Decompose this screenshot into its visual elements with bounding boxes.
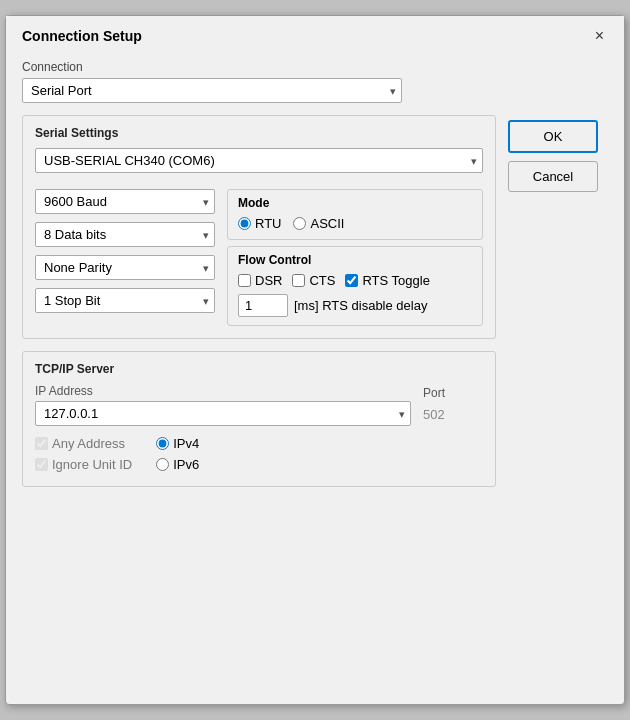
flow-checkbox-row: DSR CTS RTS Toggle [238,273,472,288]
ip-select[interactable]: 127.0.0.1 [35,401,411,426]
ascii-radio[interactable] [293,217,306,230]
connection-label: Connection [22,60,496,74]
ip-select-wrapper: 127.0.0.1 [35,401,411,426]
rts-delay-label: [ms] RTS disable delay [294,298,427,313]
ignore-unit-id-label[interactable]: Ignore Unit ID [35,457,132,472]
cts-checkbox[interactable] [292,274,305,287]
data-bits-select-wrapper: 8 Data bits [35,222,215,247]
flow-control-box: Flow Control DSR CTS [227,246,483,326]
cts-checkbox-label[interactable]: CTS [292,273,335,288]
ascii-radio-label[interactable]: ASCII [293,216,344,231]
stop-bit-select-wrapper: 1 Stop Bit [35,288,215,313]
connection-section: Connection Serial Port [22,60,496,103]
serial-settings-title: Serial Settings [35,126,483,140]
any-address-text: Any Address [52,436,125,451]
tcpip-title: TCP/IP Server [35,362,483,376]
connection-select-wrapper: Serial Port [22,78,402,103]
baud-select[interactable]: 9600 Baud [35,189,215,214]
ipv4-radio[interactable] [156,437,169,450]
baud-select-wrapper: 9600 Baud [35,189,215,214]
ipv6-radio[interactable] [156,458,169,471]
any-address-checkbox[interactable] [35,437,48,450]
rts-delay-row: [ms] RTS disable delay [238,294,472,317]
ascii-label: ASCII [310,216,344,231]
connection-setup-dialog: Connection Setup × Connection Serial Por… [5,15,625,705]
mode-box: Mode RTU ASCII [227,189,483,240]
close-button[interactable]: × [591,28,608,44]
parity-select[interactable]: None Parity [35,255,215,280]
parity-select-wrapper: None Parity [35,255,215,280]
ipv4-radio-label[interactable]: IPv4 [156,436,199,451]
rts-checkbox-label[interactable]: RTS Toggle [345,273,429,288]
dsr-checkbox[interactable] [238,274,251,287]
rtu-radio-label[interactable]: RTU [238,216,281,231]
ignore-unit-id-checkbox[interactable] [35,458,48,471]
connection-select[interactable]: Serial Port [22,78,402,103]
ok-button[interactable]: OK [508,120,598,153]
serial-settings-section: Serial Settings USB-SERIAL CH340 (COM6) … [22,115,496,339]
port-value: 502 [423,403,483,426]
port-label: Port [423,386,483,400]
rtu-label: RTU [255,216,281,231]
ip-column: IP Address 127.0.0.1 [35,384,411,426]
rts-checkbox[interactable] [345,274,358,287]
data-bits-select[interactable]: 8 Data bits [35,222,215,247]
mode-radio-row: RTU ASCII [238,216,472,231]
dialog-title: Connection Setup [22,28,142,44]
rtu-radio[interactable] [238,217,251,230]
port-column: Port 502 [423,386,483,426]
left-dropdowns: 9600 Baud 8 Data bits None Parity [35,189,215,326]
tcpip-bottom: Any Address Ignore Unit ID IPv4 [35,436,483,472]
device-select[interactable]: USB-SERIAL CH340 (COM6) [35,148,483,173]
right-panels: Mode RTU ASCII [227,189,483,326]
tcpip-left-checks: Any Address Ignore Unit ID [35,436,132,472]
left-column: Connection Serial Port Serial Settings U… [22,60,496,487]
cts-label: CTS [309,273,335,288]
ipv6-radio-label[interactable]: IPv6 [156,457,199,472]
cancel-button[interactable]: Cancel [508,161,598,192]
tcpip-right-radios: IPv4 IPv6 [156,436,199,472]
ipv6-label: IPv6 [173,457,199,472]
tcpip-section: TCP/IP Server IP Address 127.0.0.1 Port … [22,351,496,487]
any-address-label[interactable]: Any Address [35,436,132,451]
device-select-wrapper: USB-SERIAL CH340 (COM6) [35,148,483,173]
tcpip-ip-row: IP Address 127.0.0.1 Port 502 [35,384,483,426]
dsr-checkbox-label[interactable]: DSR [238,273,282,288]
dialog-body: Connection Serial Port Serial Settings U… [6,52,624,503]
ignore-unit-id-text: Ignore Unit ID [52,457,132,472]
flow-control-title: Flow Control [238,253,472,267]
mode-title: Mode [238,196,472,210]
dsr-label: DSR [255,273,282,288]
serial-bottom: 9600 Baud 8 Data bits None Parity [35,189,483,326]
title-bar: Connection Setup × [6,16,624,52]
rts-label: RTS Toggle [362,273,429,288]
stop-bit-select[interactable]: 1 Stop Bit [35,288,215,313]
right-column: OK Cancel [508,60,608,487]
ip-label: IP Address [35,384,411,398]
ipv4-label: IPv4 [173,436,199,451]
rts-delay-input[interactable] [238,294,288,317]
